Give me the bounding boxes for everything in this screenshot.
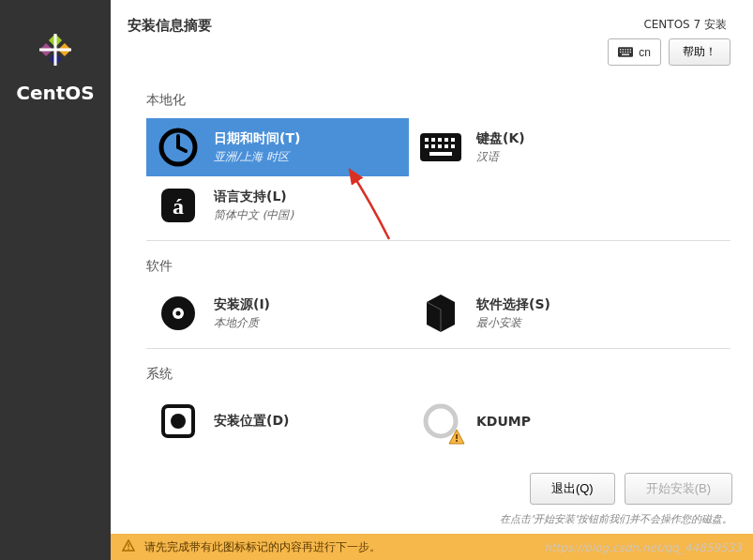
footer-hint: 在点击'开始安装'按钮前我们并不会操作您的磁盘。 [261, 512, 732, 526]
package-icon [418, 291, 463, 336]
svg-rect-8 [623, 49, 624, 50]
footer: 退出(Q) 开始安装(B) 在点击'开始安装'按钮前我们并不会操作您的磁盘。 [261, 473, 732, 526]
brand-text: CentOS [16, 82, 94, 104]
spoke-language-title: 语言支持(L) [214, 189, 294, 205]
centos-logo: CentOS [16, 26, 94, 104]
spoke-installation-destination[interactable]: 安装位置(D) [146, 392, 409, 450]
spoke-destination-title: 安装位置(D) [214, 413, 289, 430]
svg-rect-13 [623, 52, 624, 53]
spoke-keyboard[interactable]: 键盘(K) 汉语 [409, 118, 671, 176]
disc-icon [156, 291, 201, 336]
svg-rect-12 [620, 52, 621, 53]
spoke-language-sub: 简体中文 (中国) [214, 207, 294, 223]
svg-rect-15 [627, 52, 628, 53]
begin-install-button[interactable]: 开始安装(B) [625, 473, 732, 505]
svg-rect-24 [438, 138, 442, 142]
language-icon: á [156, 183, 201, 228]
svg-rect-10 [627, 49, 628, 50]
header: 安装信息摘要 CENTOS 7 安装 cn 帮助！ [111, 0, 753, 75]
svg-rect-14 [625, 52, 626, 53]
svg-rect-31 [451, 144, 455, 148]
spoke-language[interactable]: á 语言支持(L) 简体中文 (中国) [146, 176, 409, 235]
spoke-selection-sub: 最小安装 [476, 315, 550, 331]
keyboard-large-icon [418, 125, 463, 170]
svg-rect-41 [456, 434, 458, 439]
svg-rect-32 [429, 152, 452, 156]
warning-text: 请先完成带有此图标标记的内容再进行下一步。 [144, 539, 381, 555]
spoke-keyboard-title: 键盘(K) [476, 130, 525, 147]
keyboard-layout-indicator[interactable]: cn [608, 38, 661, 66]
sidebar: CentOS [0, 0, 111, 560]
distro-label: CENTOS 7 安装 [608, 17, 730, 33]
section-localization-title: 本地化 [146, 92, 730, 109]
svg-rect-29 [438, 144, 442, 148]
section-software-title: 软件 [146, 258, 730, 275]
svg-rect-16 [630, 52, 631, 53]
centos-logo-icon [32, 26, 79, 73]
page-title: 安装信息摘要 [128, 17, 212, 35]
harddisk-icon [156, 399, 201, 444]
svg-rect-44 [128, 548, 128, 549]
svg-rect-22 [425, 138, 429, 142]
warning-triangle-icon [122, 539, 135, 555]
svg-rect-9 [625, 49, 626, 50]
svg-rect-30 [444, 144, 448, 148]
spoke-keyboard-sub: 汉语 [476, 149, 525, 165]
keyboard-icon [618, 47, 633, 57]
divider [146, 240, 730, 241]
svg-rect-17 [622, 54, 629, 55]
quit-button[interactable]: 退出(Q) [530, 473, 615, 505]
svg-rect-28 [431, 144, 435, 148]
spoke-source-title: 安装源(I) [214, 296, 270, 313]
svg-rect-23 [431, 138, 435, 142]
svg-rect-26 [451, 138, 455, 142]
spoke-datetime[interactable]: 日期和时间(T) 亚洲/上海 时区 [146, 118, 409, 176]
keyboard-layout-code: cn [639, 46, 651, 59]
svg-line-20 [178, 147, 186, 151]
help-button[interactable]: 帮助！ [669, 38, 730, 66]
spoke-software-selection[interactable]: 软件选择(S) 最小安装 [409, 284, 671, 342]
svg-rect-5 [39, 49, 71, 52]
kdump-icon [418, 399, 463, 444]
svg-rect-42 [456, 440, 458, 442]
section-system-title: 系统 [146, 366, 730, 383]
svg-point-39 [171, 414, 186, 429]
svg-text:á: á [173, 194, 184, 219]
watermark: https://blog.csdn.net/qq_44859533 [544, 541, 742, 554]
spoke-kdump-title: KDUMP [476, 414, 531, 429]
clock-icon [156, 125, 201, 170]
svg-rect-25 [444, 138, 448, 142]
warning-badge-icon [448, 429, 465, 446]
spoke-selection-title: 软件选择(S) [476, 296, 550, 313]
spoke-installation-source[interactable]: 安装源(I) 本地介质 [146, 284, 409, 342]
svg-rect-27 [425, 144, 429, 148]
spoke-kdump[interactable]: KDUMP [409, 392, 671, 450]
divider [146, 348, 730, 349]
svg-rect-11 [630, 49, 631, 50]
svg-rect-43 [128, 543, 128, 547]
spoke-source-sub: 本地介质 [214, 315, 270, 331]
spoke-datetime-title: 日期和时间(T) [214, 130, 300, 147]
svg-point-37 [176, 311, 181, 316]
svg-rect-7 [620, 49, 621, 50]
spoke-datetime-sub: 亚洲/上海 时区 [214, 149, 300, 165]
